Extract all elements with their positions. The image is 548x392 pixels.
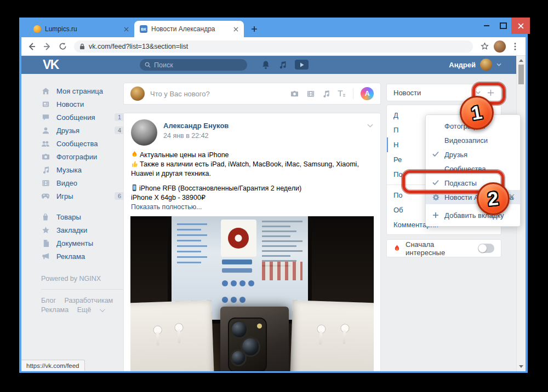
back-button[interactable] [26,41,38,53]
status-bar: https://vk.com/feed [21,360,85,371]
vk-logo[interactable]: VK [43,57,59,72]
plus-icon [432,212,439,218]
footer-link-ads[interactable]: Реклама [41,305,68,315]
star-icon [41,226,50,234]
left-menu: Моя страница Новости Сообщения 1 Друзья … [41,84,124,315]
sidebar-item-music[interactable]: Музыка [41,163,124,176]
photo-iphone-box [220,307,288,371]
composer-placeholder: Что у Вас нового? [150,90,284,98]
chevron-down-icon [100,307,105,312]
status-url: https://vk.com/feed [26,362,79,369]
tab-title: Lumpics.ru [45,25,118,33]
scroll-thumb[interactable] [518,65,524,84]
tab-vk-news[interactable]: ВК Новости Александра [134,21,244,37]
dropdown-item-videos[interactable]: Видеозаписи [426,133,520,147]
message-icon [41,113,50,122]
tab-lumpics[interactable]: Lumpics.ru [27,21,134,37]
article-a-icon[interactable]: A [361,87,374,100]
sidebar-item-friends[interactable]: Друзья 4 [41,124,124,137]
gamepad-icon [41,193,50,200]
scroll-down-icon[interactable] [519,365,523,368]
footer-link-developers[interactable]: Разработчикам [65,296,113,305]
groups-icon [41,140,50,148]
sidebar-item-games[interactable]: Игры 6 [41,189,124,203]
annotation-step-2: 2 [477,182,510,215]
dropdown-item-add-tab[interactable]: Добавить вкладку [426,208,520,222]
tab-close-icon[interactable] [232,25,239,33]
flame-icon [393,244,401,252]
browser-window: Lumpics.ru ВК Новости Александра [19,18,528,373]
photo-airpods-box-left [130,300,215,371]
post-text: Актуальные цены на iPhone Также в наличи… [124,151,380,212]
newspaper-icon [41,100,50,108]
post-menu-chevron-icon[interactable] [367,119,373,128]
phone-icon [131,184,138,192]
fire-icon [131,151,138,158]
video-player-icon[interactable] [295,60,309,70]
minimize-button[interactable] [478,18,495,34]
music-icon[interactable] [278,60,287,70]
bookmark-star-icon[interactable] [478,41,490,53]
remove-list-icon[interactable] [509,194,515,199]
lock-icon [79,43,85,50]
post-author-avatar[interactable] [131,119,157,146]
avatar [130,87,145,101]
sidebar-item-documents[interactable]: Документы [41,237,124,250]
post-composer[interactable]: Что у Вас нового? A [123,83,381,105]
maximize-button[interactable] [495,18,511,34]
profile-avatar[interactable] [494,41,506,53]
video-icon [41,179,50,187]
gear-icon[interactable] [432,194,439,201]
user-avatar [480,59,492,71]
camera-icon [41,153,50,161]
footer-link-more[interactable]: Ещё [77,305,104,315]
sidebar-item-ads[interactable]: Реклама [41,250,124,263]
news-title: Новости [393,89,421,97]
sidebar-item-news[interactable]: Новости [41,97,124,111]
close-button[interactable] [511,18,530,34]
notifications-bell-icon[interactable] [261,60,270,70]
sidebar-item-photos[interactable]: Фотографии [41,150,124,163]
url-text: vk.com/feed?list=13&section=list [89,43,188,50]
sidebar-item-communities[interactable]: Сообщества [41,137,124,150]
dropdown-item-friends[interactable]: Друзья [426,147,520,162]
sidebar-item-messages[interactable]: Сообщения 1 [41,111,124,124]
post-author-name[interactable]: Александр Енуков [163,122,229,130]
address-bar[interactable]: vk.com/feed?list=13&section=list [74,41,473,53]
window-controls [478,18,530,34]
megaphone-icon [41,252,50,260]
vk-top-bar: VK Поиск Андрей [21,56,517,74]
search-icon [145,62,151,68]
attach-music-icon[interactable] [322,90,330,98]
tab-close-icon[interactable] [122,25,130,33]
bag-icon [41,213,50,221]
account-menu[interactable]: Андрей [449,59,501,71]
post-photo[interactable] [130,216,374,371]
smart-feed-label: Сначала интересные [406,240,473,257]
search-placeholder: Поиск [154,61,173,69]
browser-menu-icon[interactable] [509,41,521,53]
scroll-up-icon[interactable] [519,59,523,62]
user-name: Андрей [449,61,476,69]
home-icon [41,87,50,95]
reload-button[interactable] [56,41,68,53]
feed-post: Александр Енуков 24 янв в 22:42 Актуальн… [123,113,381,371]
smart-feed-card: Сначала интересные [386,239,501,257]
sidebar-item-market[interactable]: Товары [41,210,124,223]
forward-button[interactable] [41,41,53,53]
sidebar-item-bookmarks[interactable]: Закладки [41,223,124,237]
smart-feed-toggle[interactable] [478,244,494,253]
attach-video-icon[interactable] [306,90,315,98]
search-input[interactable]: Поиск [140,59,247,71]
vk-page: VK Поиск Андрей [21,56,526,371]
chevron-down-icon [496,63,501,66]
check-icon [432,151,439,157]
friend-icon [41,126,50,135]
sidebar-item-video[interactable]: Видео [41,176,124,189]
sidebar-item-my-page[interactable]: Моя страница [41,84,124,97]
new-tab-button[interactable] [247,22,261,36]
show-more-link[interactable]: Показать полностью... [131,203,202,211]
attach-article-icon[interactable] [337,90,346,97]
attach-photo-icon[interactable] [290,90,299,98]
footer-link-blog[interactable]: Блог [41,296,56,305]
